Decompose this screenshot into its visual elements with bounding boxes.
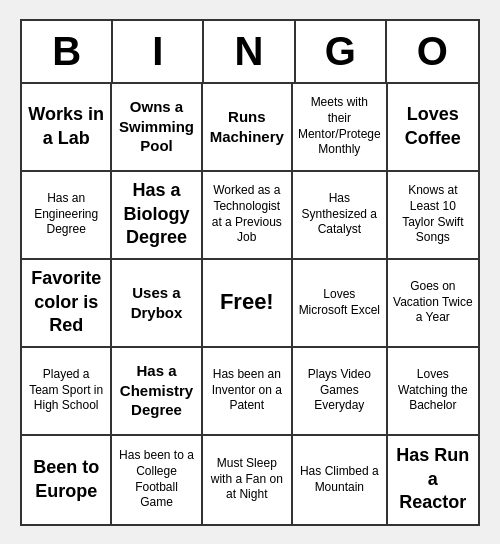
bingo-cell-8[interactable]: Has Synthesized a Catalyst — [293, 172, 388, 260]
bingo-cell-4[interactable]: Loves Coffee — [388, 84, 478, 172]
bingo-cell-1[interactable]: Owns a Swimming Pool — [112, 84, 202, 172]
bingo-cell-12[interactable]: Free! — [203, 260, 293, 348]
bingo-cell-16[interactable]: Has a Chemistry Degree — [112, 348, 202, 436]
bingo-cell-19[interactable]: Loves Watching the Bachelor — [388, 348, 478, 436]
bingo-cell-7[interactable]: Worked as a Technologist at a Previous J… — [203, 172, 293, 260]
bingo-cell-20[interactable]: Been to Europe — [22, 436, 112, 524]
bingo-cell-15[interactable]: Played a Team Sport in High School — [22, 348, 112, 436]
bingo-header: BINGO — [22, 21, 478, 84]
bingo-cell-5[interactable]: Has an Engineering Degree — [22, 172, 112, 260]
bingo-cell-22[interactable]: Must Sleep with a Fan on at Night — [203, 436, 293, 524]
bingo-cell-24[interactable]: Has Run a Reactor — [388, 436, 478, 524]
bingo-cell-13[interactable]: Loves Microsoft Excel — [293, 260, 388, 348]
bingo-cell-11[interactable]: Uses a Drybox — [112, 260, 202, 348]
bingo-cell-3[interactable]: Meets with their Mentor/Protege Monthly — [293, 84, 388, 172]
bingo-letter-i: I — [113, 21, 204, 82]
bingo-letter-g: G — [296, 21, 387, 82]
bingo-cell-0[interactable]: Works in a Lab — [22, 84, 112, 172]
bingo-letter-o: O — [387, 21, 478, 82]
bingo-card: BINGO Works in a LabOwns a Swimming Pool… — [20, 19, 480, 526]
bingo-cell-9[interactable]: Knows at Least 10 Taylor Swift Songs — [388, 172, 478, 260]
bingo-cell-21[interactable]: Has been to a College Football Game — [112, 436, 202, 524]
bingo-cell-6[interactable]: Has a Biology Degree — [112, 172, 202, 260]
bingo-cell-17[interactable]: Has been an Inventor on a Patent — [203, 348, 293, 436]
bingo-cell-14[interactable]: Goes on Vacation Twice a Year — [388, 260, 478, 348]
bingo-grid: Works in a LabOwns a Swimming PoolRuns M… — [22, 84, 478, 524]
bingo-cell-18[interactable]: Plays Video Games Everyday — [293, 348, 388, 436]
bingo-cell-2[interactable]: Runs Machinery — [203, 84, 293, 172]
bingo-letter-n: N — [204, 21, 295, 82]
bingo-cell-23[interactable]: Has Climbed a Mountain — [293, 436, 388, 524]
bingo-letter-b: B — [22, 21, 113, 82]
bingo-cell-10[interactable]: Favorite color is Red — [22, 260, 112, 348]
